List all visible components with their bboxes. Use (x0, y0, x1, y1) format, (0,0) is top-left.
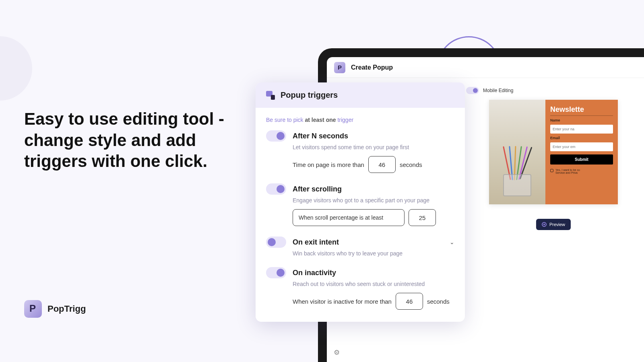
chevron-down-icon[interactable]: ⌄ (450, 239, 454, 245)
after-scrolling-toggle[interactable] (266, 183, 286, 195)
popup-triggers-panel: Popup triggers Be sure to pick at least … (256, 82, 465, 322)
panel-title: Popup triggers (281, 90, 338, 100)
exit-intent-toggle[interactable] (266, 237, 286, 248)
brand-logo-icon (24, 300, 42, 318)
inactivity-suffix: seconds (427, 298, 450, 305)
preview-button-label: Preview (549, 222, 565, 227)
consent-text-1: Yes, I want to be co (555, 169, 580, 171)
brand-name: PopTrigg (47, 304, 86, 314)
name-label: Name (550, 118, 613, 122)
exit-intent-label: On exit intent (293, 238, 443, 247)
email-input[interactable] (550, 142, 613, 151)
trigger-exit-intent: On exit intent ⌄ Win back visitors who t… (266, 237, 454, 257)
inactivity-desc: Reach out to visitors who seem stuck or … (293, 281, 454, 287)
after-scrolling-desc: Engage visitors who got to a specific pa… (293, 197, 454, 204)
hint-bold: at least one (305, 117, 336, 123)
newsletter-title: Newslette (550, 105, 613, 116)
newsletter-image (489, 100, 545, 204)
inactivity-toggle[interactable] (266, 267, 286, 278)
after-n-prefix: Time on page is more than (293, 161, 364, 168)
inactivity-prefix: When visitor is inactive for more than (293, 298, 392, 305)
trigger-after-scrolling: After scrolling Engage visitors who got … (266, 183, 454, 226)
consent-text-2: Service and Priva (555, 171, 580, 174)
mobile-editing-label: Mobile Editing (483, 88, 513, 93)
inactivity-label: On inactivity (293, 269, 454, 277)
mobile-editing-row: Mobile Editing (466, 85, 641, 100)
name-input[interactable] (550, 125, 613, 134)
popup-triggers-icon (266, 91, 275, 100)
page-title: Create Popup (351, 64, 393, 71)
preview-icon (542, 222, 547, 227)
marketing-headline: Easy to use editing tool - change style … (24, 109, 242, 172)
newsletter-form: Newslette Name Email Submit Yes, I want … (545, 100, 618, 204)
brand-lockup: PopTrigg (24, 300, 86, 318)
mobile-editing-toggle[interactable] (466, 87, 479, 94)
hint-prefix: Be sure to pick (266, 117, 305, 123)
trigger-after-n-seconds: After N seconds Let visitors spend some … (266, 130, 454, 173)
scroll-percentage-input[interactable] (409, 209, 436, 226)
after-n-seconds-desc: Let visitors spend some time on your pag… (293, 144, 454, 150)
preview-button[interactable]: Preview (536, 219, 571, 230)
panel-header: Popup triggers (256, 82, 465, 108)
gear-icon[interactable]: ⚙ (334, 348, 340, 357)
settings-corner: ⚙ (327, 343, 346, 362)
trigger-inactivity: On inactivity Reach out to visitors who … (266, 267, 454, 310)
scroll-condition-select[interactable]: When scroll percentage is at least (293, 209, 405, 226)
after-n-seconds-label: After N seconds (293, 132, 454, 140)
panel-hint: Be sure to pick at least one trigger (266, 117, 454, 123)
after-scrolling-label: After scrolling (293, 185, 454, 193)
after-n-suffix: seconds (400, 161, 422, 168)
submit-button[interactable]: Submit (550, 154, 613, 165)
preview-column: Mobile Editing (466, 85, 641, 355)
app-header: P Create Popup (327, 57, 644, 78)
email-label: Email (550, 136, 613, 140)
exit-intent-desc: Win back visitors who try to leave your … (293, 250, 454, 257)
decorative-circle (0, 36, 32, 101)
after-n-seconds-toggle[interactable] (266, 130, 286, 142)
hint-suffix: trigger (336, 117, 354, 123)
newsletter-preview: Newslette Name Email Submit Yes, I want … (489, 100, 618, 204)
after-n-seconds-input[interactable] (368, 156, 396, 173)
preview-area: Newslette Name Email Submit Yes, I want … (466, 100, 641, 355)
inactivity-seconds-input[interactable] (396, 293, 423, 310)
app-logo-icon: P (334, 62, 345, 73)
consent-row: Yes, I want to be co Service and Priva (550, 169, 613, 174)
consent-checkbox[interactable] (550, 169, 553, 172)
